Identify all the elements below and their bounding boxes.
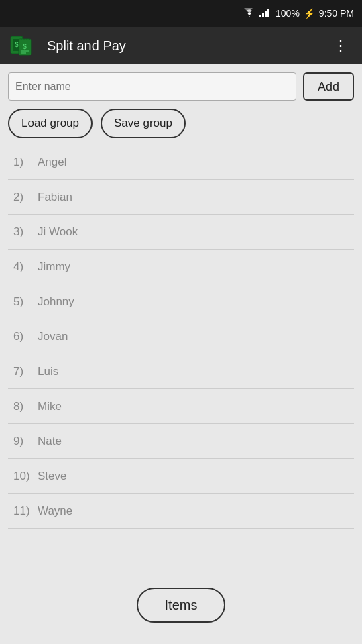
list-item-name: Luis (38, 365, 58, 378)
list-item-number: 4) (13, 260, 38, 274)
app-title: Split and Pay (47, 38, 126, 54)
list-item[interactable]: 9)Nate (8, 424, 354, 459)
group-buttons-row: Load group Save group (8, 109, 354, 138)
list-item-name: Wayne (38, 504, 72, 518)
list-item[interactable]: 6)Jovan (8, 319, 354, 354)
list-item-number: 10) (13, 470, 38, 483)
list-item[interactable]: 5)Johnny (8, 284, 354, 319)
list-item[interactable]: 8)Mike (8, 389, 354, 424)
list-item-number: 11) (13, 504, 38, 518)
battery-text: 100% (276, 8, 300, 19)
list-item-name: Jimmy (38, 260, 70, 274)
status-bar: 100% ⚡ 9:50 PM (0, 0, 362, 27)
list-item[interactable]: 7)Luis (8, 354, 354, 389)
list-item[interactable]: 3)Ji Wook (8, 215, 354, 250)
list-item-number: 1) (13, 156, 38, 169)
list-item[interactable]: 2)Fabian (8, 180, 354, 215)
list-item-name: Johnny (38, 295, 74, 309)
svg-text:$: $ (23, 43, 27, 50)
list-item-name: Fabian (38, 191, 72, 204)
svg-text:$: $ (15, 41, 19, 48)
name-input[interactable] (8, 72, 296, 101)
svg-rect-1 (262, 13, 264, 17)
app-bar: $ $ Split and Pay ⋮ (0, 27, 362, 64)
signal-icon (259, 8, 272, 19)
svg-rect-0 (259, 15, 261, 17)
add-button[interactable]: Add (303, 72, 354, 101)
people-list: 1)Angel2)Fabian3)Ji Wook4)Jimmy5)Johnny6… (8, 145, 354, 577)
list-item-name: Steve (38, 470, 66, 483)
list-item-number: 7) (13, 365, 38, 378)
list-item-number: 6) (13, 330, 38, 343)
list-item-number: 9) (13, 435, 38, 448)
list-item[interactable]: 10)Steve (8, 459, 354, 494)
wifi-icon (243, 8, 255, 19)
list-item-name: Jovan (38, 330, 68, 343)
list-item[interactable]: 1)Angel (8, 145, 354, 180)
list-item-name: Ji Wook (38, 225, 78, 239)
list-item[interactable]: 4)Jimmy (8, 250, 354, 284)
svg-rect-3 (267, 9, 269, 17)
time-display: 9:50 PM (319, 8, 354, 19)
list-item-name: Angel (38, 156, 66, 169)
list-item-number: 3) (13, 225, 38, 239)
items-button[interactable]: Items (137, 588, 226, 623)
more-options-icon[interactable]: ⋮ (328, 34, 354, 57)
list-item[interactable]: 11)Wayne (8, 494, 354, 529)
bottom-area: Items (8, 577, 354, 636)
load-group-button[interactable]: Load group (8, 109, 93, 138)
charging-icon: ⚡ (304, 8, 315, 19)
list-item-number: 2) (13, 191, 38, 204)
list-item-number: 5) (13, 295, 38, 309)
list-item-name: Nate (38, 435, 62, 448)
list-item-name: Mike (38, 400, 62, 413)
main-content: Add Load group Save group 1)Angel2)Fabia… (0, 64, 362, 644)
app-icon: $ $ (8, 30, 40, 62)
input-row: Add (8, 72, 354, 101)
save-group-button[interactable]: Save group (101, 109, 186, 138)
svg-rect-2 (265, 11, 267, 17)
list-item-number: 8) (13, 400, 38, 413)
